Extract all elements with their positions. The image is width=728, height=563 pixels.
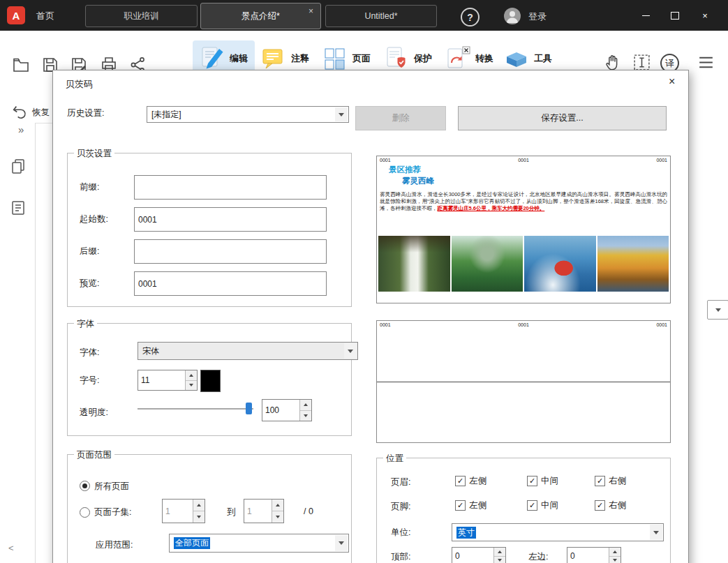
- app-logo-icon[interactable]: A: [7, 6, 25, 24]
- font-family-combobox[interactable]: 宋体: [138, 342, 358, 360]
- hand-pan-icon[interactable]: [603, 53, 622, 72]
- document-tab-2-active[interactable]: 景点介绍* ×: [200, 3, 321, 29]
- photo-waterfall: [378, 236, 450, 292]
- bates-settings-group-title: 贝茨设置: [74, 148, 114, 160]
- delete-button[interactable]: 删除: [355, 106, 446, 130]
- preview-body-text: 雾灵西峰高山滑水，滑道全长3000多米，是经过专家论证设计，北京地区最早建成的高…: [380, 191, 667, 212]
- apply-range-combobox[interactable]: 全部页面: [169, 534, 349, 553]
- left-margin-input[interactable]: [567, 548, 609, 563]
- header-center-checkbox[interactable]: 中间: [527, 475, 558, 487]
- font-size-label: 字号:: [80, 375, 99, 386]
- subset-from-input[interactable]: [163, 500, 193, 523]
- font-size-spinner[interactable]: [138, 370, 198, 391]
- footer-right-checkbox[interactable]: 右侧: [595, 500, 626, 511]
- select-text-icon[interactable]: [632, 53, 651, 72]
- opacity-label: 透明度:: [80, 407, 108, 419]
- checkbox-checked-icon[interactable]: [455, 476, 466, 486]
- dialog-title: 贝茨码: [66, 78, 93, 91]
- left-margin-spinner[interactable]: [567, 547, 621, 563]
- position-group-title: 位置: [383, 453, 406, 465]
- restore-undo-icon[interactable]: [11, 103, 28, 120]
- checkbox-checked-icon[interactable]: [595, 500, 605, 511]
- maximize-icon: [671, 12, 679, 20]
- spin-up-icon[interactable]: [494, 548, 505, 557]
- suffix-input[interactable]: [134, 239, 327, 264]
- maximize-button[interactable]: [664, 8, 685, 23]
- preview-divider: [377, 382, 670, 382]
- top-margin-spinner[interactable]: [452, 547, 506, 563]
- subset-to-spinner[interactable]: [244, 499, 284, 523]
- spin-up-icon[interactable]: [300, 400, 311, 411]
- position-group: 位置 页眉: 左侧 中间 右侧 页脚: 左侧 中间: [376, 458, 671, 563]
- slider-track: [138, 408, 253, 410]
- font-color-swatch[interactable]: [200, 370, 221, 392]
- history-settings-combobox[interactable]: [未指定]: [147, 106, 349, 123]
- checkbox-checked-icon[interactable]: [455, 500, 466, 511]
- sidebar-expand-icon[interactable]: »: [18, 123, 24, 135]
- footer-center-label: 中间: [541, 500, 558, 511]
- checkbox-checked-icon[interactable]: [527, 500, 537, 511]
- save-settings-button[interactable]: 保存设置...: [458, 106, 667, 130]
- page-icon: [322, 46, 348, 71]
- preview-input[interactable]: [134, 271, 327, 296]
- spin-down-icon[interactable]: [193, 511, 205, 523]
- unit-label: 单位:: [391, 527, 410, 539]
- opacity-input[interactable]: [262, 400, 299, 421]
- footer-left-label: 左侧: [469, 500, 486, 511]
- opacity-spinner[interactable]: [262, 399, 312, 421]
- start-number-label: 起始数:: [80, 213, 108, 225]
- opacity-slider[interactable]: [138, 403, 253, 415]
- checkbox-checked-icon[interactable]: [527, 476, 537, 486]
- scroll-left-arrow[interactable]: <: [8, 543, 14, 553]
- unit-combobox[interactable]: 英寸: [452, 523, 664, 541]
- tab-close-icon[interactable]: ×: [309, 6, 313, 16]
- spin-up-icon[interactable]: [609, 548, 621, 557]
- document-tab-1[interactable]: 职业培训: [85, 5, 198, 27]
- spin-down-icon[interactable]: [300, 411, 311, 421]
- help-icon[interactable]: ?: [461, 8, 480, 27]
- chevron-down-icon: [715, 308, 721, 312]
- photo-rafting: [524, 236, 596, 292]
- minimize-button[interactable]: [635, 8, 656, 23]
- spin-down-icon[interactable]: [272, 511, 283, 523]
- all-pages-radio[interactable]: [80, 481, 90, 491]
- avatar[interactable]: [504, 8, 521, 24]
- header-right-label: 右侧: [609, 475, 626, 487]
- bookmarks-outline-icon[interactable]: [10, 200, 27, 216]
- start-number-input[interactable]: [134, 207, 327, 232]
- restore-label[interactable]: 恢复: [32, 107, 50, 119]
- font-size-input[interactable]: [138, 370, 185, 390]
- history-settings-value: [未指定]: [151, 109, 181, 121]
- menu-icon[interactable]: [697, 53, 715, 72]
- home-button[interactable]: 首页: [36, 10, 54, 22]
- spin-down-icon[interactable]: [494, 557, 505, 563]
- spin-down-icon[interactable]: [186, 381, 197, 391]
- footer-center-checkbox[interactable]: 中间: [527, 500, 558, 511]
- checkbox-checked-icon[interactable]: [595, 476, 605, 486]
- document-tab-3[interactable]: Untitled*: [325, 5, 437, 27]
- background-combobox-fragment[interactable]: [707, 300, 728, 320]
- dialog-close-icon[interactable]: ×: [669, 75, 675, 88]
- prefix-input[interactable]: [134, 175, 327, 200]
- spin-down-icon[interactable]: [609, 557, 621, 563]
- slider-thumb[interactable]: [246, 403, 252, 414]
- footer-left-checkbox[interactable]: 左侧: [455, 500, 486, 511]
- spin-up-icon[interactable]: [186, 370, 197, 381]
- ribbon-tab-convert-label: 转换: [475, 52, 493, 65]
- page-subset-radio[interactable]: [80, 507, 90, 518]
- top-margin-input[interactable]: [452, 548, 493, 563]
- spin-up-icon[interactable]: [272, 500, 283, 511]
- header-right-checkbox[interactable]: 右侧: [595, 475, 626, 487]
- login-button[interactable]: 登录: [528, 10, 547, 23]
- close-window-button[interactable]: ×: [694, 8, 715, 23]
- header-left-checkbox[interactable]: 左侧: [455, 475, 486, 487]
- subset-to-input[interactable]: [244, 500, 272, 523]
- subset-from-spinner[interactable]: [162, 499, 205, 523]
- photo-mountain: [452, 236, 523, 292]
- preview-body-highlight: 距离雾灵山庄5.6公里，乘车大约需要20分钟。: [438, 205, 545, 211]
- open-file-icon[interactable]: [12, 56, 30, 74]
- spin-up-icon[interactable]: [193, 500, 205, 511]
- background-panel-fragment: [688, 123, 728, 563]
- page-thumbnails-icon[interactable]: [10, 158, 27, 174]
- spinner-buttons: [493, 548, 505, 563]
